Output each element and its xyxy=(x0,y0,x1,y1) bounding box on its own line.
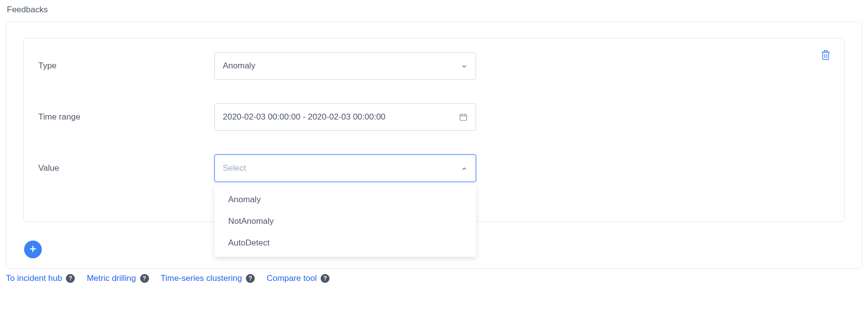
type-select[interactable]: Anomaly xyxy=(214,52,476,80)
footer-links: To incident hub ? Metric drilling ? Time… xyxy=(6,274,862,283)
plus-icon xyxy=(29,244,37,255)
chevron-up-icon xyxy=(461,165,468,172)
time-range-value: 2020-02-03 00:00:00 - 2020-02-03 00:00:0… xyxy=(223,112,386,122)
value-select[interactable]: Select xyxy=(214,154,476,182)
value-option[interactable]: AutoDetect xyxy=(214,232,476,254)
value-row: Value Select Anomaly NotAnomaly AutoDete… xyxy=(38,154,830,182)
value-option[interactable]: Anomaly xyxy=(214,189,476,211)
type-row: Type Anomaly xyxy=(38,52,830,80)
value-option[interactable]: NotAnomaly xyxy=(214,211,476,232)
compare-tool-link[interactable]: Compare tool xyxy=(267,274,317,283)
value-select-placeholder: Select xyxy=(223,163,246,173)
time-range-label: Time range xyxy=(38,112,214,122)
trash-icon xyxy=(820,55,832,63)
add-feedback-button[interactable] xyxy=(24,241,42,258)
page-title: Feedbacks xyxy=(6,5,862,15)
time-range-input[interactable]: 2020-02-03 00:00:00 - 2020-02-03 00:00:0… xyxy=(214,103,476,131)
time-range-row: Time range 2020-02-03 00:00:00 - 2020-02… xyxy=(38,103,830,131)
help-icon[interactable]: ? xyxy=(66,274,75,283)
help-icon[interactable]: ? xyxy=(246,274,255,283)
feedback-card: Type Anomaly Time range 2020-02-03 00:00… xyxy=(23,38,845,222)
help-icon[interactable]: ? xyxy=(140,274,149,283)
svg-rect-0 xyxy=(460,115,467,121)
chevron-down-icon xyxy=(461,62,468,69)
time-series-clustering-link[interactable]: Time-series clustering xyxy=(161,274,242,283)
help-icon[interactable]: ? xyxy=(321,274,329,283)
value-dropdown-menu: Anomaly NotAnomaly AutoDetect xyxy=(214,186,476,257)
incident-hub-link[interactable]: To incident hub xyxy=(6,274,62,283)
type-select-value: Anomaly xyxy=(223,61,255,71)
calendar-icon xyxy=(459,113,468,122)
type-label: Type xyxy=(38,61,214,71)
delete-feedback-button[interactable] xyxy=(820,48,832,62)
metric-drilling-link[interactable]: Metric drilling xyxy=(87,274,136,283)
feedbacks-panel: Type Anomaly Time range 2020-02-03 00:00… xyxy=(6,22,862,269)
value-label: Value xyxy=(38,163,214,173)
